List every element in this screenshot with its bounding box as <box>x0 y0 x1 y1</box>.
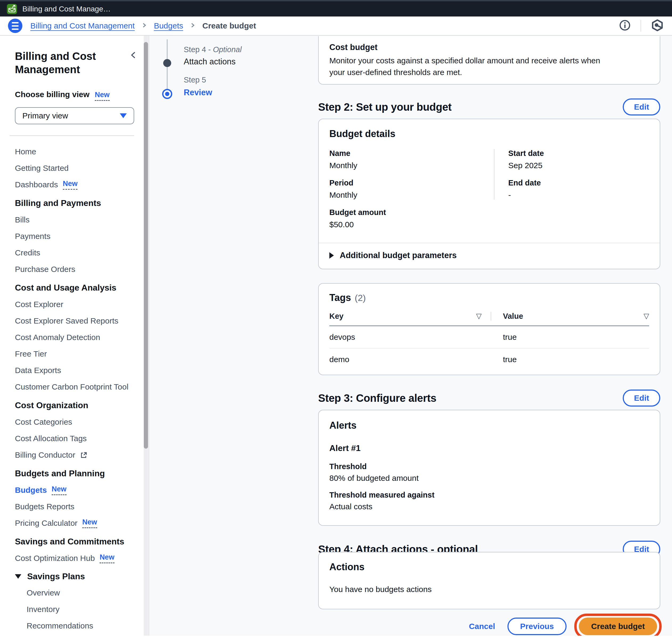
breadcrumb: Billing and Cost Management Budgets Crea… <box>30 21 256 30</box>
step2-heading: Step 2: Set up your budget <box>318 101 452 113</box>
sidebar-item-label: Overview <box>26 588 60 597</box>
tags-count: (2) <box>355 293 366 303</box>
budget-details-title: Budget details <box>329 128 649 140</box>
chevron-right-icon <box>141 22 147 30</box>
additional-parameters-expander[interactable]: Additional budget parameters <box>319 243 660 269</box>
new-badge[interactable]: New <box>95 91 110 101</box>
sidebar-item-getting-started[interactable]: Getting Started <box>15 160 130 177</box>
sidebar-item-cost-allocation-tags[interactable]: Cost Allocation Tags <box>15 430 130 447</box>
sidebar-item-payments[interactable]: Payments <box>15 228 130 244</box>
breadcrumb-billing-link[interactable]: Billing and Cost Management <box>30 21 135 30</box>
filter-icon[interactable]: ▽ <box>643 313 649 320</box>
sidebar-item-cost-explorer-saved-reports[interactable]: Cost Explorer Saved Reports <box>15 313 130 329</box>
sidebar-item-budgets[interactable]: BudgetsNew <box>15 482 130 498</box>
sidebar-item-label: Credits <box>15 248 40 257</box>
column-header-value: Value <box>503 312 523 321</box>
sidebar-item-recommendations[interactable]: Recommendations <box>15 618 130 634</box>
sidebar-item-label: Savings Plans <box>27 571 85 581</box>
new-badge: New <box>82 518 97 528</box>
sidebar-section-budgets-and-planning: Budgets and Planning <box>15 465 130 482</box>
cancel-button[interactable]: Cancel <box>469 622 495 631</box>
step5-meta: Step 5 <box>184 76 206 84</box>
tags-table: Key ▽ Value ▽ devopstruedemotrue <box>329 312 649 370</box>
tab-title[interactable]: Billing and Cost Manage… <box>22 5 111 13</box>
info-icon[interactable] <box>619 19 631 33</box>
step4-link[interactable]: Attach actions <box>184 57 236 67</box>
expand-arrow-icon <box>329 252 334 259</box>
sidebar-title: Billing and Cost Management <box>15 50 113 76</box>
step5-link[interactable]: Review <box>184 88 212 97</box>
sidebar-divider <box>10 135 134 136</box>
threshold-measured-field: Threshold measured against Actual costs <box>329 491 649 511</box>
sidebar-item-purchase-orders[interactable]: Purchase Orders <box>15 261 130 277</box>
actions-empty-text: You have no budgets actions <box>329 585 649 594</box>
billing-view-label: Choose billing view <box>15 90 89 99</box>
sidebar-item-data-exports[interactable]: Data Exports <box>15 362 130 379</box>
sidebar-item-credits[interactable]: Credits <box>15 244 130 261</box>
sidebar-item-label: Cost Optimization Hub <box>15 554 95 563</box>
table-row: devopstrue <box>329 326 649 348</box>
edit-step3-button[interactable]: Edit <box>623 389 660 406</box>
sidebar-item-cost-anomaly-detection[interactable]: Cost Anomaly Detection <box>15 329 130 346</box>
sidebar-item-label: Dashboards <box>15 180 58 189</box>
wizard-footer: Cancel Previous Create budget <box>318 616 660 636</box>
hexagon-tool-icon[interactable] <box>651 19 664 33</box>
sidebar-item-billing-conductor[interactable]: Billing Conductor <box>15 447 130 463</box>
header-icons <box>619 19 664 33</box>
sidebar-item-label: Billing Conductor <box>15 451 75 459</box>
tag-value-cell: true <box>491 355 649 364</box>
billing-view-select[interactable]: Primary view <box>15 107 134 124</box>
previous-button[interactable]: Previous <box>508 618 567 635</box>
sidebar-scrollbar[interactable] <box>144 42 148 449</box>
alerts-card: Alerts Alert #1 Threshold 80% of budgete… <box>318 410 660 526</box>
menu-button[interactable] <box>8 19 22 33</box>
sidebar-collapse-icon[interactable] <box>129 51 137 60</box>
sidebar-item-bills[interactable]: Bills <box>15 212 130 228</box>
content-area: Billing and Cost Management Choose billi… <box>0 36 672 636</box>
sidebar-item-cost-explorer[interactable]: Cost Explorer <box>15 296 130 313</box>
budget-details-left-column: Name Monthly Period Monthly Budget amoun… <box>329 149 494 229</box>
sidebar-item-label: Billing and Payments <box>15 198 101 208</box>
chevron-down-icon <box>15 574 21 579</box>
tag-value-cell: true <box>491 333 649 342</box>
main-area: Step 4 - Optional Attach actions Step 5 … <box>149 36 672 636</box>
create-budget-button[interactable]: Create budget <box>579 618 657 635</box>
sidebar-item-label: Home <box>15 147 36 156</box>
breadcrumb-budgets-link[interactable]: Budgets <box>154 21 183 30</box>
sidebar-item-free-tier[interactable]: Free Tier <box>15 346 130 362</box>
sidebar-item-label: Inventory <box>26 605 59 614</box>
sidebar-item-home[interactable]: Home <box>15 143 130 160</box>
sidebar-nav: HomeGetting StartedDashboardsNewBilling … <box>15 143 130 636</box>
step5-indicator-dot <box>162 89 172 99</box>
sidebar-item-label: Bills <box>15 215 30 224</box>
sidebar-item-pricing-calculator[interactable]: Pricing CalculatorNew <box>15 515 130 531</box>
review-panel: Cost budget Monitor your costs against a… <box>318 36 660 636</box>
sidebar-item-savings-plans[interactable]: Savings Plans <box>15 568 130 585</box>
sidebar-item-customer-carbon-footprint-tool[interactable]: Customer Carbon Footprint Tool <box>15 379 130 395</box>
sidebar-item-label: Budgets and Planning <box>15 469 105 478</box>
step3-heading-row: Step 3: Configure alerts Edit <box>318 389 660 406</box>
breadcrumb-current: Create budget <box>202 21 256 30</box>
sidebar-item-budgets-reports[interactable]: Budgets Reports <box>15 498 130 515</box>
sidebar-item-overview[interactable]: Overview <box>15 585 130 601</box>
filter-icon[interactable]: ▽ <box>476 313 482 320</box>
alert1-title: Alert #1 <box>329 443 649 453</box>
sidebar-item-cost-categories[interactable]: Cost Categories <box>15 414 130 430</box>
step4-meta: Step 4 - Optional <box>184 45 242 54</box>
tags-card: Tags (2) Key ▽ Value ▽ <box>318 283 660 375</box>
tag-key-cell: devops <box>329 333 491 342</box>
sidebar-item-cost-optimization-hub[interactable]: Cost Optimization HubNew <box>15 550 130 566</box>
edit-step2-button[interactable]: Edit <box>623 98 660 115</box>
sidebar-item-inventory[interactable]: Inventory <box>15 601 130 618</box>
sidebar-item-label: Payments <box>15 232 50 241</box>
budget-type-card: Cost budget Monitor your costs against a… <box>318 36 660 85</box>
alerts-title: Alerts <box>329 420 649 431</box>
actions-card: Actions You have no budgets actions <box>318 552 660 609</box>
billing-view-selected-value: Primary view <box>22 111 68 120</box>
tag-key-cell: demo <box>329 355 491 364</box>
tags-title: Tags <box>329 292 351 303</box>
sidebar-item-purchase-analyzer[interactable]: Purchase AnalyzerNew <box>15 634 130 636</box>
sidebar-item-dashboards[interactable]: DashboardsNew <box>15 177 130 193</box>
step4-indicator-dot <box>163 59 171 67</box>
create-budget-wrap: Create budget <box>579 618 657 635</box>
